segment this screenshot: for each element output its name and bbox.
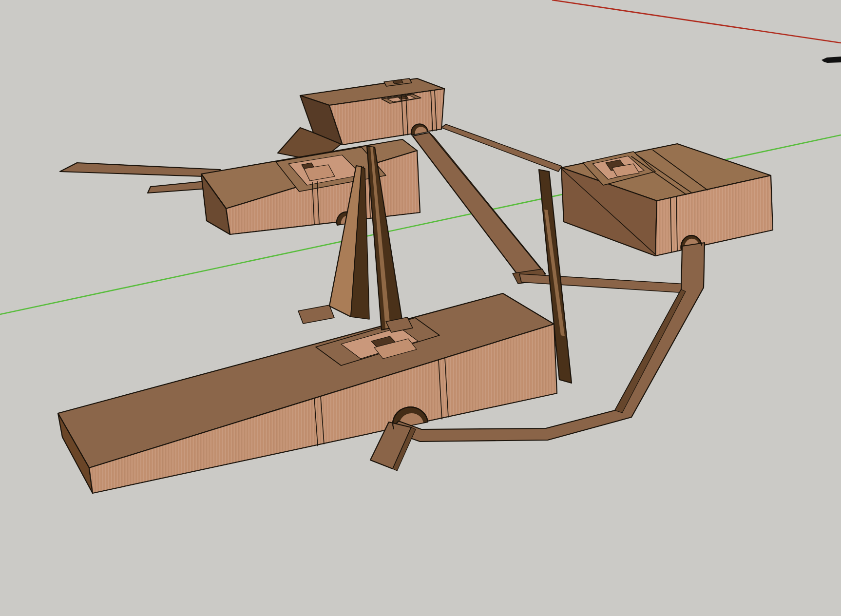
viewport-canvas[interactable] bbox=[0, 0, 841, 616]
